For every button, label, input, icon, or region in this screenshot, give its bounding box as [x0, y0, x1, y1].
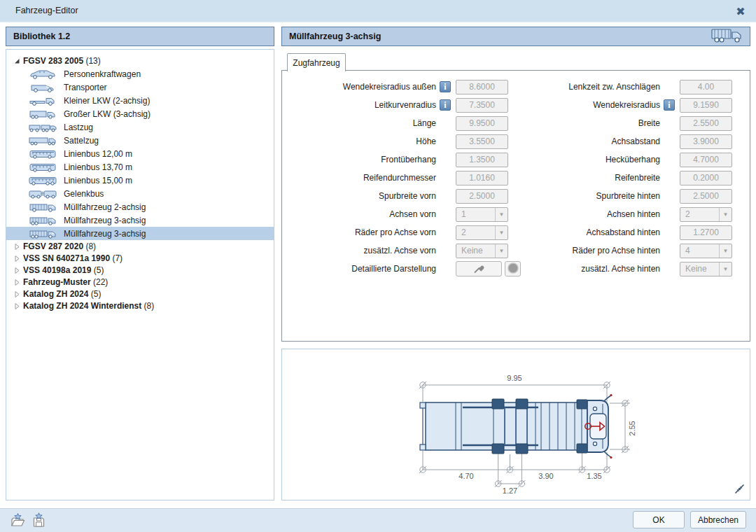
collapse-triangle-icon[interactable] [13, 302, 23, 309]
form-row: Achsabstand3.9000 [506, 132, 732, 150]
collapse-triangle-icon[interactable] [13, 255, 23, 262]
ok-label: OK [652, 515, 664, 525]
form-label: Achsen hinten [506, 209, 660, 219]
cancel-label: Abbrechen [698, 515, 738, 525]
tree-category-label: Katalog ZH 2024 [23, 289, 88, 299]
vehicle-top-view-drawing: 9.95 2.55 4.70 3.90 1.35 1.27 [282, 349, 750, 500]
close-icon[interactable]: ✖ [734, 4, 748, 18]
form-select[interactable]: 2▼ [456, 225, 508, 240]
collapse-triangle-icon[interactable] [13, 243, 23, 250]
tree-category-label: VSS 40198a 2019 [23, 265, 91, 275]
library-tree: FGSV 283 2005 (13)PersonenkraftwagenTran… [6, 49, 274, 500]
form-input[interactable]: 2.5500 [680, 116, 732, 131]
form-row: zusätzl. Achse vornKeine▼ [282, 241, 521, 260]
tree-item[interactable]: Transporter [6, 80, 274, 94]
tree-category-count: (7) [110, 253, 122, 263]
form-row: Achsabstand hinten1.2700 [506, 223, 732, 241]
tree-item-label: Linienbus 15,00 m [64, 176, 132, 186]
collapse-triangle-icon[interactable] [13, 279, 23, 286]
tree-category[interactable]: Fahrzeug-Muster (22) [6, 276, 274, 288]
form-input[interactable]: 2.5000 [456, 189, 508, 204]
collapse-triangle-icon[interactable] [13, 267, 23, 274]
form-input[interactable]: 2.5000 [680, 189, 732, 204]
form-input[interactable]: 3.9000 [680, 134, 732, 149]
info-icon[interactable]: i [440, 99, 451, 111]
chevron-down-icon: ▼ [719, 262, 732, 276]
form-input[interactable]: 1.0160 [456, 171, 508, 186]
form-input[interactable]: 0.2000 [680, 171, 732, 186]
chevron-down-icon: ▼ [719, 208, 732, 221]
form-input[interactable]: 9.9500 [456, 116, 508, 131]
form-row: Spurbreite hinten2.5000 [506, 187, 732, 205]
garbage-truck-3-icon [27, 215, 58, 226]
tree-item[interactable]: Personenkraftwagen [6, 67, 274, 80]
tree-category-count: (8) [141, 301, 154, 311]
form-input[interactable]: 4.7000 [680, 153, 732, 167]
info-icon[interactable]: i [664, 99, 675, 111]
form-label: Länge [282, 118, 436, 128]
form-row: Reifendurchmesser1.0160 [282, 169, 521, 187]
form-input[interactable]: 4.00 [680, 80, 732, 94]
cancel-button[interactable]: Abbrechen [690, 511, 746, 528]
tree-category[interactable]: VSS SN 640271a 1990 (7) [6, 252, 274, 264]
form-select[interactable]: Keine▼ [680, 262, 732, 276]
tree-item[interactable]: Müllfahrzeug 3-achsig [6, 214, 274, 227]
semi-trailer-icon [27, 135, 58, 146]
tree-category[interactable]: Katalog ZH 2024 Winterdienst (8) [6, 300, 274, 312]
form-row: Räder pro Achse vorn2▼ [282, 223, 521, 241]
form-select[interactable]: 2▼ [680, 207, 732, 222]
save-library-icon[interactable] [29, 512, 48, 529]
tree-category-count: (22) [91, 277, 108, 287]
tree-category-label: Katalog ZH 2024 Winterdienst [23, 301, 141, 311]
select-value: 1 [461, 209, 466, 219]
tree-item[interactable]: Linienbus 15,00 m [6, 174, 274, 187]
form-row: Reifenbreite0.2000 [506, 169, 732, 187]
form-select[interactable]: 4▼ [680, 244, 732, 258]
tree-category[interactable]: FGSV 283 2005 (13) [6, 55, 274, 67]
ok-button[interactable]: OK [633, 511, 685, 528]
tree-item[interactable]: Linienbus 13,70 m [6, 160, 274, 174]
open-library-icon[interactable] [8, 512, 27, 529]
vehicle-panel-title: Müllfahrzeug 3-achsig [289, 31, 381, 41]
form-label: Leitkurvenradius [282, 100, 436, 110]
tree-category-count: (13) [83, 56, 101, 66]
form-row: Leitkurvenradiusi7.3500 [282, 96, 521, 114]
form-input[interactable]: 1.2700 [680, 225, 732, 240]
tree-item[interactable]: Gelenkbus [6, 187, 274, 200]
form-input[interactable]: 3.5500 [456, 134, 508, 149]
form-select[interactable]: 1▼ [456, 207, 508, 222]
form-input[interactable]: 1.3500 [456, 153, 508, 167]
tree-item[interactable]: Sattelzug [6, 134, 274, 147]
truck-trailer-icon [27, 122, 58, 133]
form-row: Spurbreite vorn2.5000 [282, 187, 521, 205]
tab-zugfahrzeug[interactable]: Zugfahrzeug [287, 53, 346, 71]
form-select[interactable]: Keine▼ [456, 244, 508, 258]
tree-item[interactable]: Müllfahrzeug 2-achsig [6, 200, 274, 214]
expand-triangle-icon[interactable] [13, 57, 23, 64]
truck-top-view [420, 394, 612, 458]
tree-item[interactable]: Lastzug [6, 120, 274, 134]
tree-category-count: (5) [88, 289, 101, 299]
form-input[interactable]: 9.1590 [680, 98, 732, 113]
tree-item[interactable]: Linienbus 12,00 m [6, 147, 274, 160]
tree-category[interactable]: FGSV 287 2020 (8) [6, 240, 274, 252]
tree-category[interactable]: Katalog ZH 2024 (5) [6, 288, 274, 300]
color-picker-button[interactable] [456, 261, 502, 276]
form-column-right: Lenkzeit zw. Anschlägen4.00Wendekreisrad… [506, 78, 732, 278]
tree-item[interactable]: Großer LKW (3-achsig) [6, 107, 274, 120]
tree-item[interactable]: Kleiner LKW (2-achsig) [6, 94, 274, 107]
bus-icon [27, 148, 58, 160]
form-input[interactable]: 8.6000 [456, 80, 508, 94]
tree-category[interactable]: VSS 40198a 2019 (5) [6, 264, 274, 276]
fit-view-icon[interactable] [734, 483, 746, 497]
tree-item-label: Müllfahrzeug 3-achsig [64, 229, 146, 239]
info-icon[interactable]: i [440, 81, 451, 92]
form-input[interactable]: 7.3500 [456, 98, 508, 113]
select-value: 2 [685, 209, 690, 219]
form-label: Achsen vorn [282, 209, 436, 219]
tree-item-selected[interactable]: Müllfahrzeug 3-achsig [6, 227, 274, 240]
vehicle-diagram-panel: 9.95 2.55 4.70 3.90 1.35 1.27 [281, 349, 750, 500]
form-row: Detaillierte Darstellung [282, 260, 521, 278]
collapse-triangle-icon[interactable] [13, 290, 23, 298]
truck-small-icon [27, 95, 58, 106]
